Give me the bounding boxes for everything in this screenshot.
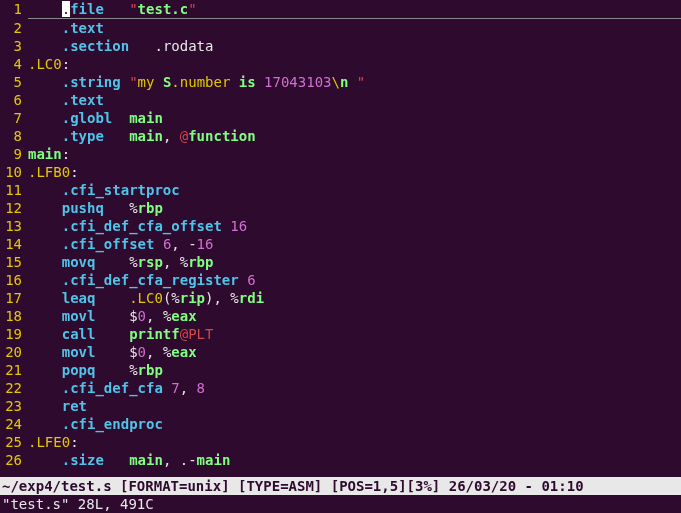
code-line[interactable]: 16 .cfi_def_cfa_register 6 — [0, 271, 681, 289]
line-number: 3 — [0, 37, 28, 55]
line-number: 11 — [0, 181, 28, 199]
code-line[interactable]: 23 ret — [0, 397, 681, 415]
code-line[interactable]: 14 .cfi_offset 6, -16 — [0, 235, 681, 253]
line-number: 15 — [0, 253, 28, 271]
code-line[interactable]: 26 .size main, .-main — [0, 451, 681, 469]
code-line[interactable]: 12 pushq %rbp — [0, 199, 681, 217]
code-line[interactable]: 7 .globl main — [0, 109, 681, 127]
command-line[interactable]: "test.s" 28L, 491C — [0, 495, 681, 513]
code-line[interactable]: 18 movl $0, %eax — [0, 307, 681, 325]
text-cursor: . — [62, 1, 70, 17]
line-number: 25 — [0, 433, 28, 451]
code-line[interactable]: 21 popq %rbp — [0, 361, 681, 379]
code-line[interactable]: 22 .cfi_def_cfa 7, 8 — [0, 379, 681, 397]
code-line[interactable]: 6 .text — [0, 91, 681, 109]
line-number: 5 — [0, 73, 28, 91]
code-editor[interactable]: 1 .file "test.c" 2 .text 3 .section .rod… — [0, 0, 681, 477]
line-number: 22 — [0, 379, 28, 397]
line-number: 17 — [0, 289, 28, 307]
code-line[interactable]: 25 .LFE0: — [0, 433, 681, 451]
line-number: 12 — [0, 199, 28, 217]
code-line[interactable]: 4 .LC0: — [0, 55, 681, 73]
line-number: 9 — [0, 145, 28, 163]
line-number: 18 — [0, 307, 28, 325]
code-line[interactable]: 11 .cfi_startproc — [0, 181, 681, 199]
code-line[interactable]: 20 movl $0, %eax — [0, 343, 681, 361]
line-number: 14 — [0, 235, 28, 253]
line-number: 19 — [0, 325, 28, 343]
line-number: 2 — [0, 19, 28, 37]
line-number: 24 — [0, 415, 28, 433]
code-line[interactable]: 15 movq %rsp, %rbp — [0, 253, 681, 271]
line-number: 6 — [0, 91, 28, 109]
code-line[interactable]: 8 .type main, @function — [0, 127, 681, 145]
line-number: 10 — [0, 163, 28, 181]
line-number: 4 — [0, 55, 28, 73]
line-number: 21 — [0, 361, 28, 379]
code-line[interactable]: 10 .LFB0: — [0, 163, 681, 181]
line-number: 1 — [0, 0, 28, 19]
code-line[interactable]: 19 call printf@PLT — [0, 325, 681, 343]
code-line[interactable]: 2 .text — [0, 19, 681, 37]
code-line[interactable]: 17 leaq .LC0(%rip), %rdi — [0, 289, 681, 307]
code-line[interactable]: 5 .string "my S.number is 17043103\n " — [0, 73, 681, 91]
line-number: 13 — [0, 217, 28, 235]
code-line[interactable]: 3 .section .rodata — [0, 37, 681, 55]
line-number: 16 — [0, 271, 28, 289]
statusline: ~/exp4/test.s [FORMAT=unix] [TYPE=ASM] [… — [0, 477, 681, 495]
line-number: 8 — [0, 127, 28, 145]
line-number: 26 — [0, 451, 28, 469]
code-line[interactable]: 9 main: — [0, 145, 681, 163]
code-line[interactable]: 13 .cfi_def_cfa_offset 16 — [0, 217, 681, 235]
line-number: 23 — [0, 397, 28, 415]
code-line[interactable]: 24 .cfi_endproc — [0, 415, 681, 433]
line-number: 7 — [0, 109, 28, 127]
line-number: 20 — [0, 343, 28, 361]
code-line[interactable]: 1 .file "test.c" — [0, 0, 681, 19]
